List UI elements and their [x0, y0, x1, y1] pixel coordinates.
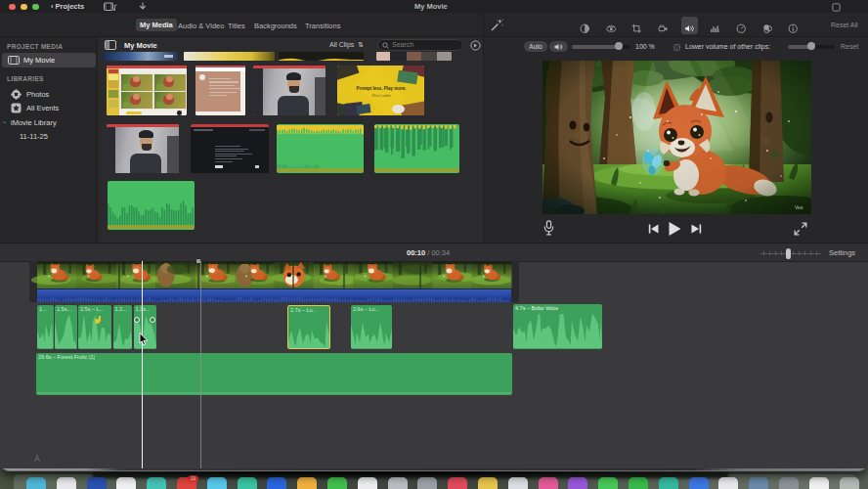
svg-text:Veo: Veo [795, 204, 803, 210]
